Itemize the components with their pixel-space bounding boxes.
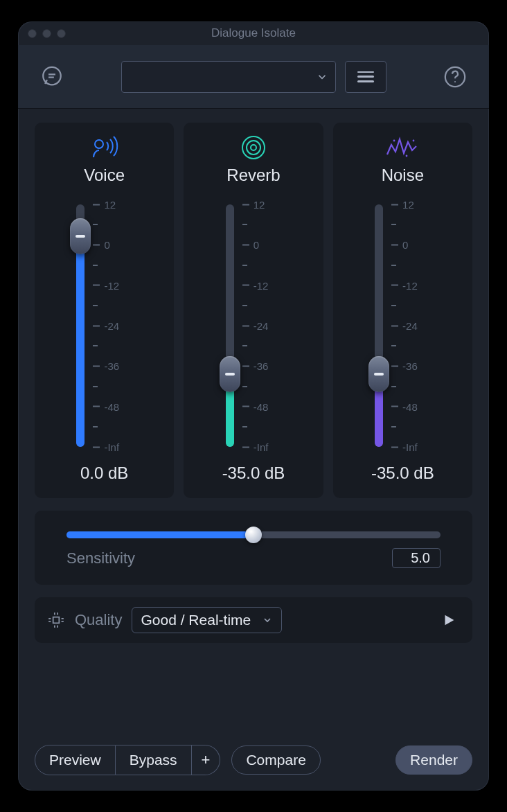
quality-select[interactable]: Good / Real-time (132, 607, 282, 633)
scale-tick-label: -48 (104, 400, 119, 412)
preview-group: Preview Bypass + (35, 745, 220, 775)
scale-tick-label: -12 (254, 279, 269, 291)
scale-ticks: 120-12-24-36-48-Inf (391, 204, 470, 447)
toolbar (18, 45, 489, 109)
render-button[interactable]: Render (395, 745, 472, 775)
svg-point-5 (95, 140, 103, 148)
scale-tick-label: -24 (254, 320, 269, 332)
channel-card-reverb: Reverb120-12-24-36-48-Inf-35.0 dB (184, 123, 323, 498)
titlebar: Dialogue Isolate (18, 21, 489, 45)
scale-tick-label: 12 (402, 199, 414, 211)
window-title: Dialogue Isolate (18, 26, 489, 40)
slider-thumb-reverb[interactable] (220, 356, 240, 392)
noise-icon (386, 134, 419, 161)
footer-actions: Preview Bypass + Compare Render (35, 745, 472, 775)
app-window: Dialogue Isolate Vo (18, 21, 489, 791)
svg-point-6 (251, 145, 256, 150)
channel-slider-noise[interactable]: 120-12-24-36-48-Inf (333, 197, 472, 454)
svg-marker-21 (445, 615, 454, 626)
chat-bubble-icon[interactable] (37, 62, 66, 91)
sensitivity-thumb[interactable] (245, 527, 262, 543)
svg-point-9 (393, 140, 395, 142)
scale-ticks: 120-12-24-36-48-Inf (93, 204, 171, 447)
scale-tick-label: -36 (254, 360, 269, 372)
svg-point-11 (413, 140, 415, 142)
quality-label: Quality (75, 611, 122, 629)
channel-slider-voice[interactable]: 120-12-24-36-48-Inf (35, 197, 174, 454)
play-icon (441, 612, 456, 628)
quality-icon (47, 611, 65, 629)
preset-menu-button[interactable] (345, 61, 386, 93)
help-icon (443, 65, 467, 89)
channel-readout-reverb: -35.0 dB (222, 464, 285, 483)
compare-button[interactable]: Compare (231, 745, 320, 775)
scale-tick-label: -12 (402, 279, 418, 291)
sensitivity-value[interactable]: 5.0 (392, 548, 441, 568)
slider-thumb-voice[interactable] (70, 218, 91, 254)
scale-tick-label: -Inf (402, 441, 418, 453)
scale-tick-label: 0 (254, 239, 259, 251)
scale-tick-label: 0 (104, 239, 109, 251)
channel-readout-voice: 0.0 dB (80, 464, 128, 483)
channel-slider-reverb[interactable]: 120-12-24-36-48-Inf (184, 197, 323, 454)
content-area: Voice120-12-24-36-48-Inf0.0 dBReverb120-… (18, 109, 489, 791)
scale-tick-label: -24 (402, 320, 418, 332)
chevron-down-icon (262, 615, 273, 626)
scale-tick-label: -36 (104, 360, 119, 372)
channel-card-voice: Voice120-12-24-36-48-Inf0.0 dB (35, 123, 174, 498)
sensitivity-slider[interactable] (66, 531, 441, 538)
scale-tick-label: 0 (402, 239, 408, 251)
reverb-icon (240, 134, 267, 161)
quality-panel: Quality Good / Real-time (35, 597, 472, 643)
channel-title-voice: Voice (84, 166, 125, 185)
scale-tick-label: -24 (104, 320, 119, 332)
scale-tick-label: -36 (402, 360, 418, 372)
channel-title-noise: Noise (382, 166, 424, 185)
scale-tick-label: -Inf (254, 441, 269, 453)
svg-point-10 (406, 155, 408, 157)
scale-tick-label: 12 (254, 199, 265, 211)
scale-tick-label: 12 (104, 199, 116, 211)
channel-readout-noise: -35.0 dB (371, 464, 434, 483)
scale-tick-label: -48 (254, 400, 269, 412)
chevron-down-icon (316, 71, 328, 83)
add-button[interactable]: + (192, 745, 221, 775)
scale-tick-label: -48 (402, 400, 418, 412)
svg-point-4 (454, 81, 456, 82)
slider-thumb-noise[interactable] (368, 356, 389, 392)
channel-card-noise: Noise120-12-24-36-48-Inf-35.0 dB (333, 123, 472, 498)
scale-ticks: 120-12-24-36-48-Inf (242, 204, 321, 447)
help-button[interactable] (441, 62, 470, 91)
scale-tick-label: -Inf (104, 441, 119, 453)
quality-selected: Good / Real-time (141, 612, 251, 628)
svg-point-8 (242, 136, 265, 159)
channel-title-reverb: Reverb (226, 166, 280, 185)
menu-icon (357, 71, 374, 82)
bypass-button[interactable]: Bypass (116, 745, 192, 775)
channel-sliders-row: Voice120-12-24-36-48-Inf0.0 dBReverb120-… (35, 123, 472, 498)
scale-tick-label: -12 (104, 279, 119, 291)
sensitivity-panel: Sensitivity 5.0 (35, 511, 472, 585)
preset-dropdown[interactable] (121, 61, 336, 93)
sensitivity-label: Sensitivity (66, 549, 135, 567)
svg-point-7 (247, 141, 260, 155)
play-button[interactable] (438, 612, 460, 628)
svg-rect-12 (53, 617, 60, 624)
preview-button[interactable]: Preview (35, 745, 116, 775)
voice-icon (89, 134, 120, 161)
